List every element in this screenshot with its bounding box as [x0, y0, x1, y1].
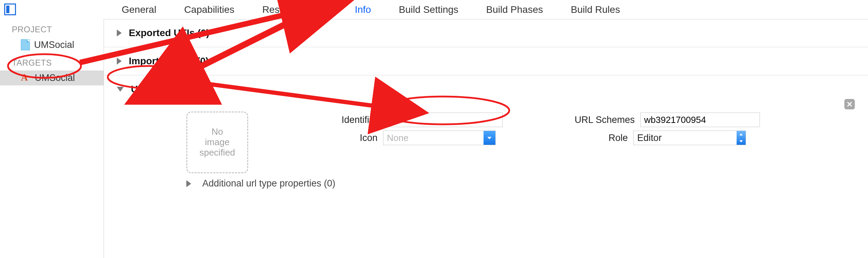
role-select[interactable]: Editor — [633, 131, 746, 145]
sidebar-toggle-icon[interactable] — [4, 3, 16, 15]
image-well-placeholder: No image specified — [200, 127, 235, 158]
url-type-form: Identifier None URL Schemes wb3921700954… — [263, 111, 854, 147]
tab-resource-tags[interactable]: Resource Tags — [262, 4, 327, 15]
tabs-container: General Capabilities Resource Tags Info … — [122, 0, 858, 19]
image-well[interactable]: No image specified — [186, 111, 248, 173]
tab-build-phases[interactable]: Build Phases — [486, 4, 543, 15]
tab-build-rules[interactable]: Build Rules — [571, 4, 620, 15]
chevron-right-icon — [117, 58, 122, 65]
additional-properties-row[interactable]: Additional url type properties (0) — [186, 178, 335, 189]
role-label: Role — [499, 133, 630, 143]
tab-capabilities[interactable]: Capabilities — [184, 4, 235, 15]
app-target-icon — [21, 73, 31, 83]
chevron-down-icon — [117, 87, 124, 92]
sidebar-item-project[interactable]: UMSocial — [0, 37, 104, 52]
icon-label: Icon — [263, 133, 380, 143]
url-type-entry: No image specified Identifier None URL S… — [117, 95, 868, 105]
main-content: Exported UTIs (0) Imported UTIs (0) URL … — [104, 19, 868, 258]
section-exported-utis[interactable]: Exported UTIs (0) — [104, 19, 868, 47]
project-label: UMSocial — [34, 40, 74, 50]
tab-bar: General Capabilities Resource Tags Info … — [0, 0, 868, 19]
identifier-label: Identifier — [263, 115, 380, 125]
url-schemes-label: URL Schemes — [506, 115, 637, 125]
tab-general[interactable]: General — [122, 4, 156, 15]
sidebar-header-targets: TARGETS — [0, 52, 104, 70]
sidebar: PROJECT UMSocial TARGETS UMSocial — [0, 19, 104, 258]
target-label: UMSocial — [35, 73, 75, 83]
identifier-field[interactable]: None — [383, 113, 503, 127]
icon-combo-text: None — [383, 133, 484, 143]
section-title: Exported UTIs (0) — [129, 27, 209, 38]
chevron-right-icon — [186, 180, 191, 187]
tab-build-settings[interactable]: Build Settings — [399, 4, 458, 15]
icon-combo[interactable]: None — [383, 131, 496, 145]
role-select-text: Editor — [634, 133, 737, 143]
section-url-types[interactable]: URL Types (15) No image specified Identi… — [104, 75, 868, 105]
tab-info[interactable]: Info — [355, 4, 371, 15]
sidebar-item-target[interactable]: UMSocial — [0, 70, 104, 85]
combo-dropdown-icon — [484, 131, 495, 145]
section-title: URL Types (15) — [131, 84, 201, 94]
stepper-icon — [737, 131, 746, 145]
project-file-icon — [21, 39, 30, 50]
sidebar-header-project: PROJECT — [0, 19, 104, 37]
remove-entry-button[interactable] — [844, 99, 855, 109]
url-schemes-field[interactable]: wb3921700954 — [640, 113, 760, 127]
section-title: Imported UTIs (0) — [129, 56, 209, 66]
chevron-right-icon — [117, 30, 122, 36]
additional-properties-label: Additional url type properties (0) — [202, 178, 335, 189]
section-imported-utis[interactable]: Imported UTIs (0) — [104, 47, 868, 75]
